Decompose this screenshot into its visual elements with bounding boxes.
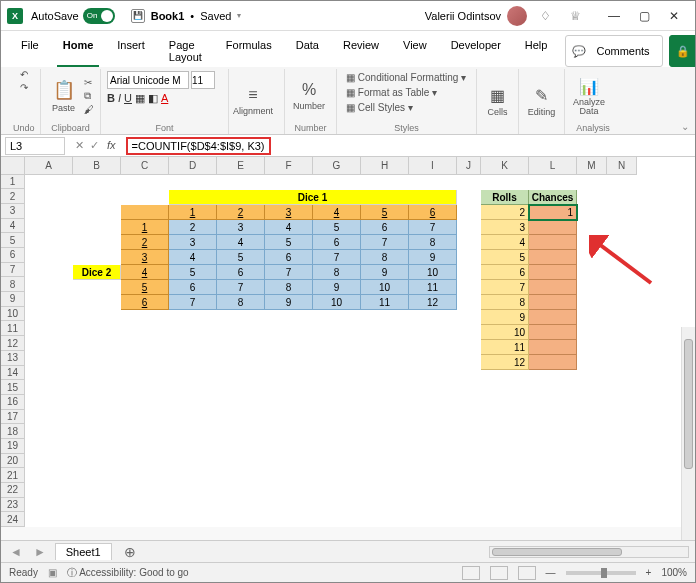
sum-cell[interactable]: 6 xyxy=(313,235,361,250)
sheet-nav-next[interactable]: ► xyxy=(31,545,49,559)
underline-button[interactable]: U xyxy=(124,92,132,105)
sum-cell[interactable]: 8 xyxy=(361,250,409,265)
tab-file[interactable]: File xyxy=(15,35,45,67)
row-header-1[interactable]: 1 xyxy=(1,175,25,190)
sum-cell[interactable]: 7 xyxy=(409,220,457,235)
rolls-value[interactable]: 9 xyxy=(481,310,529,325)
rolls-value[interactable]: 7 xyxy=(481,280,529,295)
paste-button[interactable]: 📋 Paste xyxy=(47,79,80,113)
row-header-8[interactable]: 8 xyxy=(1,277,25,292)
row-header-18[interactable]: 18 xyxy=(1,424,25,439)
sum-cell[interactable]: 3 xyxy=(169,235,217,250)
row-header-10[interactable]: 10 xyxy=(1,307,25,322)
col-header-F[interactable]: F xyxy=(265,157,313,175)
sum-cell[interactable]: 11 xyxy=(409,280,457,295)
close-button[interactable]: ✕ xyxy=(659,2,689,30)
tab-home[interactable]: Home xyxy=(57,35,100,67)
cut-icon[interactable]: ✂ xyxy=(84,77,94,88)
sum-cell[interactable]: 5 xyxy=(313,220,361,235)
row-header-19[interactable]: 19 xyxy=(1,439,25,454)
tab-page-layout[interactable]: Page Layout xyxy=(163,35,208,67)
row-header-5[interactable]: 5 xyxy=(1,233,25,248)
rolls-value[interactable]: 4 xyxy=(481,235,529,250)
col-header-B[interactable]: B xyxy=(73,157,121,175)
rolls-value[interactable]: 3 xyxy=(481,220,529,235)
dice1-header-1[interactable]: 1 xyxy=(169,205,217,220)
sum-cell[interactable]: 10 xyxy=(409,265,457,280)
user-name[interactable]: Valerii Odintsov xyxy=(425,10,501,22)
dice2-label[interactable]: Dice 2 xyxy=(73,265,121,280)
chances-value[interactable]: 1 xyxy=(529,205,577,220)
col-header-K[interactable]: K xyxy=(481,157,529,175)
zoom-slider[interactable] xyxy=(566,571,636,575)
row-header-15[interactable]: 15 xyxy=(1,380,25,395)
try-icon[interactable]: ♢ xyxy=(537,8,553,24)
rolls-header[interactable]: Rolls xyxy=(481,190,529,205)
sum-cell[interactable]: 10 xyxy=(313,295,361,310)
font-color-button[interactable]: A xyxy=(161,92,168,105)
tab-help[interactable]: Help xyxy=(519,35,554,67)
sum-cell[interactable]: 9 xyxy=(265,295,313,310)
col-header-J[interactable]: J xyxy=(457,157,481,175)
sum-cell[interactable]: 9 xyxy=(361,265,409,280)
chances-value[interactable] xyxy=(529,325,577,340)
row-header-16[interactable]: 16 xyxy=(1,395,25,410)
chances-header[interactable]: Chances xyxy=(529,190,577,205)
format-painter-icon[interactable]: 🖌 xyxy=(84,104,94,115)
row-header-24[interactable]: 24 xyxy=(1,512,25,527)
rolls-value[interactable]: 2 xyxy=(481,205,529,220)
rolls-value[interactable]: 10 xyxy=(481,325,529,340)
row-header-6[interactable]: 6 xyxy=(1,248,25,263)
dice1-header-5[interactable]: 5 xyxy=(361,205,409,220)
conditional-formatting-button[interactable]: ▦ Conditional Formatting ▾ xyxy=(343,71,469,84)
sheet-nav-prev[interactable]: ◄ xyxy=(7,545,25,559)
sum-cell[interactable]: 8 xyxy=(265,280,313,295)
sheet-tab-sheet1[interactable]: Sheet1 xyxy=(55,543,112,560)
col-header-G[interactable]: G xyxy=(313,157,361,175)
dice2-header-6[interactable]: 6 xyxy=(121,295,169,310)
sum-cell[interactable]: 4 xyxy=(217,235,265,250)
sum-cell[interactable]: 5 xyxy=(265,235,313,250)
accessibility-status[interactable]: ⓘ Accessibility: Good to go xyxy=(67,566,189,580)
row-header-2[interactable]: 2 xyxy=(1,189,25,204)
row-header-12[interactable]: 12 xyxy=(1,336,25,351)
dice-corner[interactable] xyxy=(121,205,169,220)
dice1-header-4[interactable]: 4 xyxy=(313,205,361,220)
collapse-ribbon-icon[interactable]: ⌄ xyxy=(681,121,689,132)
dice2-header-4[interactable]: 4 xyxy=(121,265,169,280)
col-header-H[interactable]: H xyxy=(361,157,409,175)
number-format-button[interactable]: %Number xyxy=(291,81,327,111)
italic-button[interactable]: I xyxy=(118,92,121,105)
tab-review[interactable]: Review xyxy=(337,35,385,67)
fx-icon[interactable]: fx xyxy=(107,139,116,152)
row-header-20[interactable]: 20 xyxy=(1,454,25,469)
sum-cell[interactable]: 8 xyxy=(313,265,361,280)
font-name-box[interactable] xyxy=(107,71,189,89)
zoom-level[interactable]: 100% xyxy=(661,567,687,578)
copy-icon[interactable]: ⧉ xyxy=(84,90,94,102)
sum-cell[interactable]: 2 xyxy=(169,220,217,235)
row-header-17[interactable]: 17 xyxy=(1,410,25,425)
col-header-D[interactable]: D xyxy=(169,157,217,175)
row-header-22[interactable]: 22 xyxy=(1,483,25,498)
dice1-header-6[interactable]: 6 xyxy=(409,205,457,220)
chances-value[interactable] xyxy=(529,355,577,370)
undo-icon[interactable]: ↶ xyxy=(20,69,28,80)
tab-view[interactable]: View xyxy=(397,35,433,67)
select-all-corner[interactable] xyxy=(1,157,25,175)
sum-cell[interactable]: 9 xyxy=(409,250,457,265)
comments-button[interactable]: 💬 Comments xyxy=(565,35,662,67)
dice2-header-5[interactable]: 5 xyxy=(121,280,169,295)
chances-value[interactable] xyxy=(529,220,577,235)
row-header-4[interactable]: 4 xyxy=(1,219,25,234)
row-header-7[interactable]: 7 xyxy=(1,263,25,278)
chances-value[interactable] xyxy=(529,295,577,310)
col-header-E[interactable]: E xyxy=(217,157,265,175)
sum-cell[interactable]: 5 xyxy=(169,265,217,280)
chances-value[interactable] xyxy=(529,280,577,295)
add-sheet-button[interactable]: ⊕ xyxy=(118,544,142,560)
autosave-toggle[interactable]: On xyxy=(83,8,115,24)
col-header-L[interactable]: L xyxy=(529,157,577,175)
formula-input[interactable]: =COUNTIF($D$4:$I$9, K3) xyxy=(126,137,271,155)
accept-formula-icon[interactable]: ✓ xyxy=(90,139,99,152)
